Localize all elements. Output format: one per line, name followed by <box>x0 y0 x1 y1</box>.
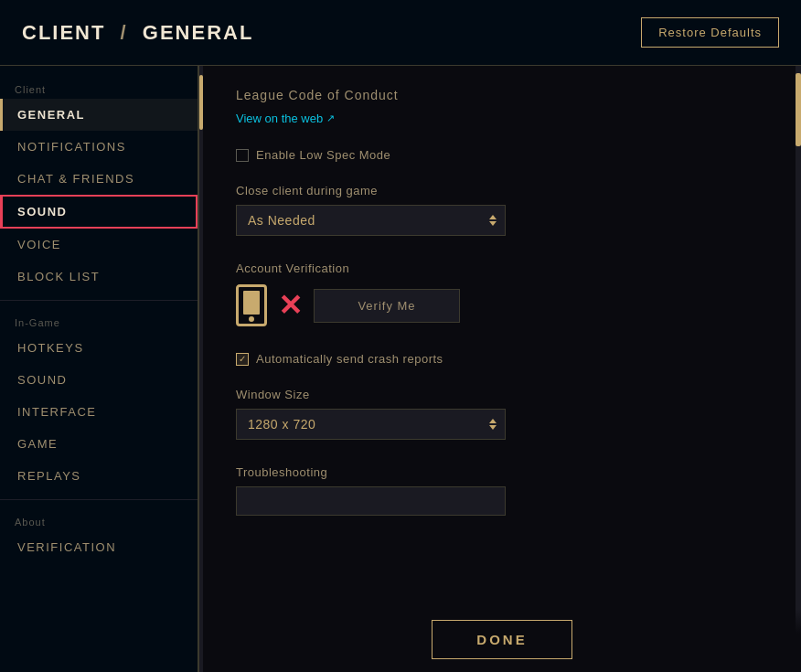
code-of-conduct-label: League Code of Conduct <box>236 88 763 102</box>
content-wrapper: League Code of Conduct View on the web ↗… <box>203 66 801 672</box>
view-on-web-row: View on the web ↗ <box>236 110 763 126</box>
low-spec-row: Enable Low Spec Mode <box>236 148 763 162</box>
breadcrumb: CLIENT / GENERAL <box>22 21 253 45</box>
sidebar-item-chat-friends[interactable]: CHAT & FRIENDS <box>0 163 198 195</box>
crash-reports-label: Automatically send crash reports <box>256 352 443 366</box>
close-client-select[interactable]: Never As Needed Always <box>236 205 506 236</box>
sidebar-item-game[interactable]: GAME <box>0 428 198 460</box>
sidebar-about-section: About <box>0 507 198 531</box>
sidebar-divider-2 <box>0 499 198 500</box>
phone-icon <box>236 284 267 326</box>
main-layout: Client GENERAL NOTIFICATIONS CHAT & FRIE… <box>0 66 801 672</box>
phone-button <box>249 316 254 322</box>
header: CLIENT / GENERAL Restore Defaults <box>0 0 801 66</box>
sidebar-divider-1 <box>0 300 198 301</box>
sidebar-client-section: Client <box>0 75 198 99</box>
sidebar-item-general[interactable]: GENERAL <box>0 99 198 131</box>
troubleshooting-label: Troubleshooting <box>236 465 763 479</box>
done-button[interactable]: DONE <box>432 620 571 659</box>
window-size-select[interactable]: 1280 x 720 1600 x 900 1920 x 1080 <box>236 409 506 440</box>
crash-reports-row: Automatically send crash reports <box>236 352 763 366</box>
sidebar-item-sound[interactable]: SOUND <box>0 195 198 229</box>
breadcrumb-separator: / <box>121 21 128 44</box>
breadcrumb-client: CLIENT <box>22 21 105 44</box>
verify-me-button[interactable]: Verify Me <box>314 289 460 323</box>
sidebar-item-notifications[interactable]: NOTIFICATIONS <box>0 131 198 163</box>
phone-screen <box>243 291 260 315</box>
sidebar-item-sound-ingame[interactable]: SOUND <box>0 364 198 396</box>
sidebar: Client GENERAL NOTIFICATIONS CHAT & FRIE… <box>0 66 199 672</box>
content-area: League Code of Conduct View on the web ↗… <box>203 66 796 672</box>
close-client-label: Close client during game <box>236 184 763 197</box>
sidebar-item-block-list[interactable]: BLOCK LIST <box>0 261 198 293</box>
crash-reports-checkbox[interactable] <box>236 353 249 366</box>
troubleshooting-field <box>236 486 506 516</box>
account-row: ✕ Verify Me <box>236 284 763 326</box>
account-verification-label: Account Verification <box>236 261 763 275</box>
x-mark-icon: ✕ <box>278 291 303 320</box>
account-verification-section: Account Verification ✕ Verify Me <box>236 261 763 326</box>
restore-defaults-button[interactable]: Restore Defaults <box>641 17 779 48</box>
content-scrollbar-thumb <box>796 73 801 146</box>
low-spec-label: Enable Low Spec Mode <box>256 148 390 162</box>
footer: DONE <box>203 609 801 672</box>
sidebar-item-verification[interactable]: VERIFICATION <box>0 531 198 563</box>
window-size-label: Window Size <box>236 388 763 401</box>
sidebar-item-hotkeys[interactable]: HOTKEYS <box>0 332 198 364</box>
view-on-web-link[interactable]: View on the web ↗ <box>236 112 335 125</box>
breadcrumb-section: GENERAL <box>143 21 254 44</box>
low-spec-checkbox[interactable] <box>236 149 249 162</box>
window-size-select-wrapper: 1280 x 720 1600 x 900 1920 x 1080 <box>236 409 506 440</box>
sidebar-ingame-section: In-Game <box>0 308 198 332</box>
sidebar-item-interface[interactable]: INTERFACE <box>0 396 198 428</box>
close-client-select-wrapper: Never As Needed Always <box>236 205 506 236</box>
content-scrollbar-track[interactable] <box>796 66 801 672</box>
sidebar-item-replays[interactable]: REPLAYS <box>0 460 198 492</box>
sidebar-item-voice[interactable]: VOICE <box>0 229 198 261</box>
